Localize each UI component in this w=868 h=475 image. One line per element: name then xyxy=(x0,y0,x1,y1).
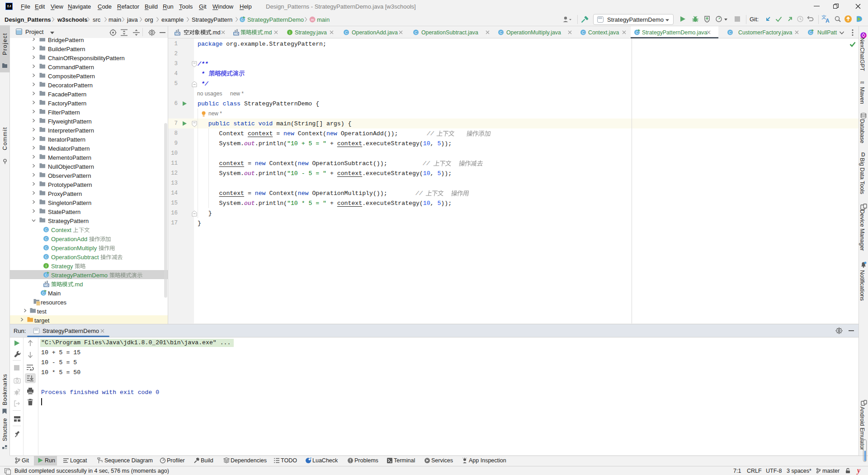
svg-text:C: C xyxy=(582,30,585,35)
svg-text:C: C xyxy=(45,255,47,259)
svg-text:I: I xyxy=(46,264,47,268)
svg-text:MD: MD xyxy=(44,284,48,287)
svg-text:C: C xyxy=(45,273,47,277)
svg-text:m: m xyxy=(860,79,864,85)
svg-text:C: C xyxy=(729,30,731,35)
svg-text:MD: MD xyxy=(234,32,238,35)
svg-text:C: C xyxy=(45,237,47,241)
svg-text:C: C xyxy=(45,228,47,232)
svg-text:C: C xyxy=(345,30,348,35)
svg-text:C: C xyxy=(636,30,638,35)
svg-text:C: C xyxy=(415,30,417,35)
svg-text:C: C xyxy=(42,291,45,295)
svg-text:C: C xyxy=(45,246,47,250)
svg-text:I: I xyxy=(289,30,290,35)
svg-text:m: m xyxy=(311,17,314,22)
svg-text:D: D xyxy=(861,152,865,157)
svg-text:C: C xyxy=(500,30,502,35)
svg-text:A: A xyxy=(826,18,830,24)
svg-text:MD: MD xyxy=(175,32,179,35)
svg-text:C: C xyxy=(809,30,812,35)
